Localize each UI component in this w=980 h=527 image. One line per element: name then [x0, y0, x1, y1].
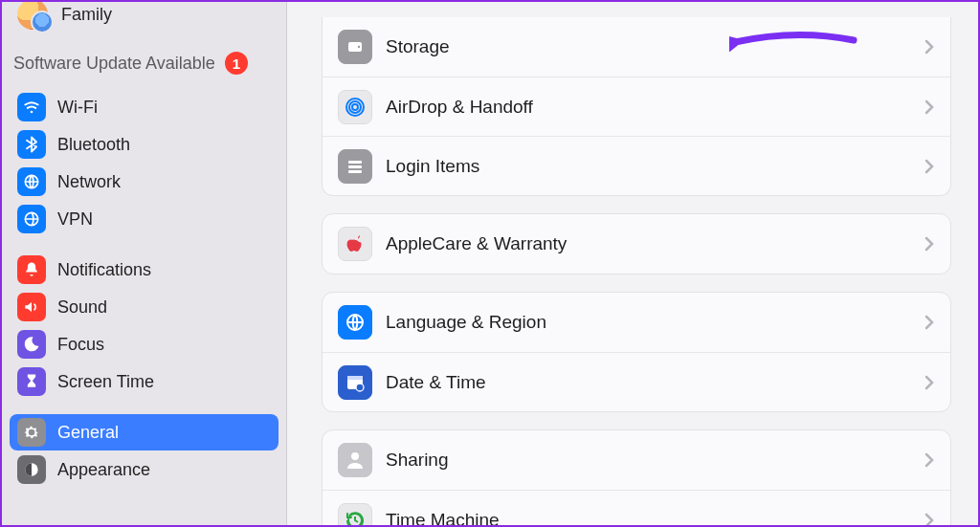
- svg-point-7: [349, 101, 361, 113]
- sidebar-item-label: Notifications: [57, 260, 151, 280]
- svg-rect-11: [348, 170, 362, 173]
- svg-rect-9: [348, 161, 362, 164]
- globe-icon: [17, 167, 46, 196]
- airdrop-icon: [338, 90, 372, 124]
- item-label: Login Items: [386, 156, 910, 177]
- sidebar-item-family[interactable]: Family: [10, 2, 278, 33]
- svg-point-0: [31, 111, 33, 114]
- item-sharing[interactable]: Sharing: [323, 430, 950, 490]
- svg-rect-14: [347, 376, 363, 380]
- moon-icon: [17, 330, 46, 359]
- sidebar-item-sound[interactable]: Sound: [10, 289, 278, 325]
- chevron-right-icon: [924, 235, 935, 253]
- family-avatar-icon: [15, 2, 50, 32]
- sidebar: Family Software Update Available 1 Wi-Fi: [2, 2, 287, 525]
- sidebar-item-notifications[interactable]: Notifications: [10, 252, 278, 288]
- chevron-right-icon: [924, 158, 935, 175]
- sidebar-item-focus[interactable]: Focus: [10, 326, 278, 362]
- item-label: Storage: [386, 36, 910, 57]
- detail-pane: Storage AirDrop & Handoff Login Items: [287, 2, 978, 525]
- apple-logo-icon: [338, 227, 372, 261]
- sidebar-item-label: Sound: [57, 297, 107, 318]
- sidebar-item-label: VPN: [57, 209, 93, 230]
- sidebar-item-network[interactable]: Network: [10, 164, 278, 200]
- chevron-right-icon: [924, 374, 935, 391]
- list-icon: [338, 149, 372, 184]
- item-label: AirDrop & Handoff: [386, 97, 910, 118]
- svg-point-6: [352, 104, 358, 110]
- svg-rect-10: [348, 165, 362, 168]
- calendar-gear-icon: [338, 365, 372, 400]
- settings-group: Sharing Time Machine: [322, 429, 951, 525]
- chevron-right-icon: [924, 314, 935, 331]
- sidebar-item-appearance[interactable]: Appearance: [10, 451, 278, 488]
- sidebar-item-label: Wi-Fi: [57, 98, 98, 118]
- item-date-time[interactable]: Date & Time: [323, 352, 950, 411]
- sidebar-item-label: Bluetooth: [57, 135, 130, 155]
- settings-group: Storage AirDrop & Handoff Login Items: [322, 17, 951, 196]
- item-label: Language & Region: [386, 312, 910, 333]
- item-applecare[interactable]: AppleCare & Warranty: [323, 214, 950, 274]
- sidebar-item-wifi[interactable]: Wi-Fi: [10, 89, 278, 125]
- chevron-right-icon: [924, 451, 935, 469]
- software-update-text: Software Update Available: [13, 54, 215, 74]
- item-label: Date & Time: [386, 372, 910, 393]
- svg-point-15: [356, 384, 364, 391]
- item-airdrop-handoff[interactable]: AirDrop & Handoff: [323, 77, 950, 136]
- speaker-icon: [17, 293, 46, 321]
- item-time-machine[interactable]: Time Machine: [323, 490, 950, 525]
- svg-point-16: [351, 452, 359, 460]
- gear-icon: [17, 418, 46, 447]
- update-badge: 1: [225, 52, 248, 75]
- sidebar-item-label: General: [57, 423, 119, 443]
- vpn-icon: [17, 205, 46, 233]
- sidebar-item-label: Family: [61, 5, 112, 25]
- software-update-heading[interactable]: Software Update Available 1: [10, 33, 278, 80]
- svg-point-5: [358, 46, 360, 48]
- sidebar-item-label: Network: [57, 172, 121, 192]
- wifi-icon: [17, 93, 46, 121]
- sidebar-item-vpn[interactable]: VPN: [10, 201, 278, 237]
- sidebar-item-label: Appearance: [57, 460, 150, 480]
- item-label: Sharing: [386, 450, 910, 471]
- sidebar-item-general[interactable]: General: [10, 414, 278, 450]
- appearance-icon: [17, 455, 46, 484]
- bluetooth-icon: [17, 130, 46, 159]
- chevron-right-icon: [924, 99, 935, 116]
- disk-icon: [338, 30, 372, 64]
- item-login-items[interactable]: Login Items: [323, 136, 950, 195]
- bell-icon: [17, 255, 46, 284]
- settings-group: Language & Region Date & Time: [322, 292, 951, 412]
- sidebar-item-screentime[interactable]: Screen Time: [10, 363, 278, 400]
- sidebar-item-label: Screen Time: [57, 372, 154, 392]
- hourglass-icon: [17, 367, 46, 396]
- item-storage[interactable]: Storage: [323, 17, 950, 77]
- person-icon: [338, 443, 372, 477]
- chevron-right-icon: [924, 512, 935, 526]
- item-label: AppleCare & Warranty: [386, 233, 910, 254]
- item-label: Time Machine: [386, 510, 910, 526]
- globe-icon: [338, 305, 372, 340]
- settings-group: AppleCare & Warranty: [322, 213, 951, 274]
- time-machine-icon: [338, 503, 372, 526]
- item-language-region[interactable]: Language & Region: [323, 293, 950, 352]
- sidebar-item-bluetooth[interactable]: Bluetooth: [10, 126, 278, 163]
- chevron-right-icon: [924, 38, 935, 55]
- sidebar-item-label: Focus: [57, 335, 104, 355]
- settings-window: Family Software Update Available 1 Wi-Fi: [0, 0, 980, 527]
